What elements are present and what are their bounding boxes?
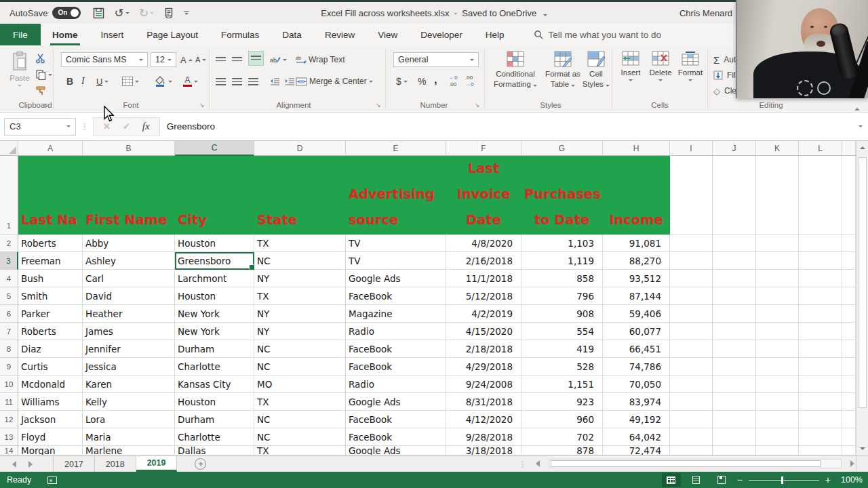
cell[interactable]	[842, 305, 856, 323]
cell[interactable]	[670, 428, 713, 446]
format-painter-button[interactable]	[35, 83, 46, 98]
horizontal-scrollbar[interactable]: ⋮	[518, 457, 858, 470]
cell[interactable]: 11/1/2018	[446, 270, 521, 287]
row-header-3[interactable]: 3	[0, 252, 18, 270]
cell[interactable]: Mcdonald	[18, 375, 83, 393]
wrap-text-button[interactable]: ab Wrap Text	[296, 52, 345, 67]
merge-center-button[interactable]: Merge & Center	[296, 74, 373, 89]
cell[interactable]: TX	[254, 393, 346, 411]
cell[interactable]: 91,081	[603, 235, 670, 252]
cell[interactable]: Lora	[83, 411, 175, 428]
cell[interactable]: Charlotte	[175, 428, 254, 446]
font-dialog-launcher[interactable]: ↘	[199, 102, 205, 108]
cell[interactable]: Kelly	[83, 393, 175, 411]
cell[interactable]	[799, 340, 842, 358]
cell[interactable]	[670, 411, 713, 428]
cell[interactable]	[842, 411, 856, 428]
cell[interactable]: NC	[254, 428, 346, 446]
cell[interactable]: NY	[254, 270, 346, 287]
cell[interactable]: 554	[521, 323, 603, 340]
cell[interactable]	[670, 287, 713, 305]
tab-view[interactable]: View	[366, 24, 409, 45]
cell[interactable]: Heather	[83, 305, 175, 323]
cell[interactable]	[756, 235, 799, 252]
collapse-ribbon-button[interactable]	[854, 103, 860, 113]
middle-align-button[interactable]	[232, 52, 242, 67]
tab-help[interactable]: Help	[474, 24, 516, 45]
cell[interactable]: Radio	[346, 375, 446, 393]
tab-split-handle[interactable]: ⋮	[518, 459, 527, 469]
decrease-decimal-button[interactable]: .00→0	[465, 74, 473, 89]
column-header-G[interactable]: G	[521, 141, 603, 156]
font-color-button[interactable]: A	[183, 74, 198, 89]
new-sheet-button[interactable]: +	[195, 458, 206, 470]
delete-cells-button[interactable]: Delete	[646, 51, 675, 81]
cell[interactable]: FaceBook	[346, 287, 446, 305]
cell[interactable]: Abby	[83, 235, 175, 252]
cell[interactable]: Parker	[18, 305, 83, 323]
cell[interactable]: Maria	[83, 428, 175, 446]
comma-style-button[interactable]: ,	[434, 73, 437, 87]
cell[interactable]	[799, 305, 842, 323]
cell[interactable]	[799, 411, 842, 428]
cell[interactable]	[713, 411, 756, 428]
align-right-button[interactable]	[248, 74, 258, 89]
column-header-K[interactable]: K	[756, 141, 799, 156]
cell[interactable]: Houston	[175, 393, 254, 411]
cell[interactable]: Jackson	[18, 411, 83, 428]
name-box[interactable]: C3	[4, 118, 76, 136]
cell[interactable]: 88,270	[603, 252, 670, 270]
cell[interactable]	[799, 235, 842, 252]
cell[interactable]	[670, 270, 713, 287]
cell[interactable]	[713, 340, 756, 358]
cell[interactable]: Jennifer	[83, 340, 175, 358]
cell[interactable]: 74,786	[603, 358, 670, 375]
header-cell[interactable]: City	[175, 156, 254, 235]
cell[interactable]: 1,151	[521, 375, 603, 393]
tab-data[interactable]: Data	[271, 24, 313, 45]
column-header-B[interactable]: B	[83, 141, 175, 156]
cell[interactable]	[842, 446, 856, 455]
horizontal-scroll-track[interactable]	[549, 459, 842, 468]
bold-button[interactable]: B	[66, 74, 73, 89]
cell[interactable]	[799, 446, 842, 455]
autosum-button[interactable]: Σ Aut	[713, 52, 736, 67]
cell[interactable]	[713, 446, 756, 455]
cell[interactable]: 2/18/2018	[446, 340, 521, 358]
header-cell[interactable]: First Name	[83, 156, 175, 235]
zoom-in-button[interactable]: +	[825, 475, 831, 485]
column-header-A[interactable]: A	[18, 141, 83, 156]
cell[interactable]: Morgan	[18, 446, 83, 455]
cell[interactable]	[799, 323, 842, 340]
cell[interactable]: Houston	[175, 287, 254, 305]
cell[interactable]: FaceBook	[346, 428, 446, 446]
sheet-tab-2019[interactable]: 2019	[136, 456, 178, 472]
clipboard-dialog-launcher[interactable]: ↘	[43, 102, 49, 108]
alignment-dialog-launcher[interactable]: ↘	[376, 102, 381, 108]
row-header-10[interactable]: 10	[0, 375, 18, 393]
cell[interactable]: 4/29/2018	[446, 358, 521, 375]
cell[interactable]	[756, 358, 799, 375]
cell[interactable]	[842, 428, 856, 446]
row-header-11[interactable]: 11	[0, 393, 18, 411]
tab-developer[interactable]: Developer	[409, 24, 474, 45]
cell[interactable]: 70,050	[603, 375, 670, 393]
cell[interactable]	[799, 393, 842, 411]
page-break-view-button[interactable]	[712, 473, 731, 487]
column-header-F[interactable]: F	[446, 141, 521, 156]
cell[interactable]: 528	[521, 358, 603, 375]
cell[interactable]	[670, 393, 713, 411]
select-all-corner[interactable]	[0, 141, 18, 156]
cell[interactable]	[713, 323, 756, 340]
cell[interactable]: 49,192	[603, 411, 670, 428]
cell[interactable]	[713, 305, 756, 323]
cell[interactable]: Google Ads	[346, 393, 446, 411]
tab-insert[interactable]: Insert	[90, 24, 136, 45]
cell[interactable]: Durham	[175, 411, 254, 428]
cell[interactable]	[842, 393, 856, 411]
cell[interactable]: Durham	[175, 340, 254, 358]
cell[interactable]: 1,119	[521, 252, 603, 270]
cell[interactable]: 93,512	[603, 270, 670, 287]
cell[interactable]	[842, 235, 856, 252]
fill-color-button[interactable]	[155, 74, 172, 89]
